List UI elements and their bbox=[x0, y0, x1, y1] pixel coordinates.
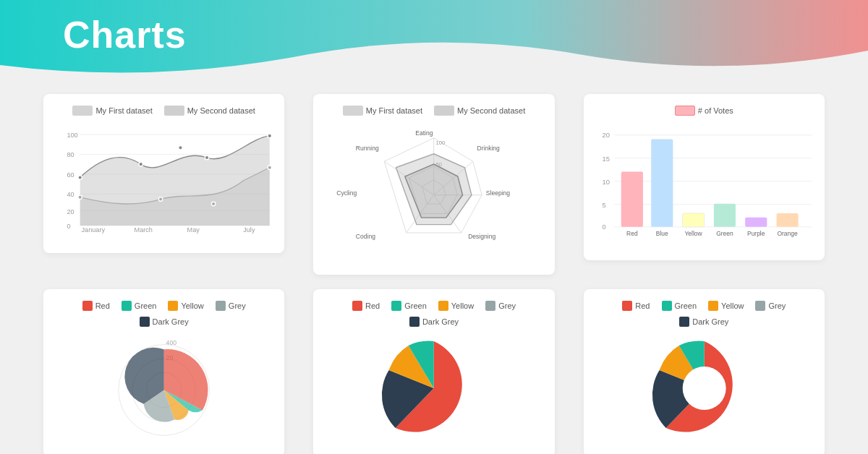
polar-dot-grey bbox=[216, 301, 226, 311]
line-chart-svg: 100 80 60 40 20 0 January March May July bbox=[55, 123, 273, 239]
top-charts-row: My First dataset My Second dataset 100 8… bbox=[43, 94, 825, 275]
svg-text:Purple: Purple bbox=[747, 230, 765, 237]
svg-text:Coding: Coding bbox=[356, 233, 375, 240]
donut-legend-yellow: Yellow bbox=[708, 301, 744, 311]
bar-chart-container: # of Votes 20 15 10 5 0 Red bbox=[584, 94, 825, 260]
main-content: My First dataset My Second dataset 100 8… bbox=[0, 87, 868, 454]
pie-legend-red: Red bbox=[352, 301, 380, 311]
pie-label-green: Green bbox=[404, 301, 427, 310]
polar-label-green: Green bbox=[135, 301, 157, 310]
pie-label-yellow: Yellow bbox=[451, 301, 474, 310]
svg-point-17 bbox=[139, 162, 142, 166]
polar-label-grey: Grey bbox=[229, 301, 246, 310]
pie-legend-yellow: Yellow bbox=[438, 301, 474, 311]
radar-chart-container: My First dataset My Second dataset Eatin… bbox=[313, 94, 554, 275]
donut-legend-darkgrey: Dark Grey bbox=[595, 317, 813, 327]
svg-point-22 bbox=[158, 197, 162, 201]
donut-dot-yellow bbox=[708, 301, 718, 311]
pie-legend-green: Green bbox=[391, 301, 427, 311]
svg-point-23 bbox=[211, 202, 215, 205]
svg-text:0: 0 bbox=[602, 223, 605, 231]
legend-item-dataset1: My First dataset bbox=[72, 106, 152, 116]
svg-text:60: 60 bbox=[67, 171, 74, 179]
pie-dot-darkgrey bbox=[409, 317, 420, 327]
svg-rect-65 bbox=[776, 213, 798, 227]
radar-chart-svg: Eating Drinking Sleeping Designing Codin… bbox=[325, 123, 542, 260]
donut-chart-svg bbox=[595, 334, 813, 442]
svg-point-19 bbox=[205, 155, 208, 159]
svg-text:100: 100 bbox=[436, 140, 446, 146]
svg-text:Red: Red bbox=[626, 230, 638, 237]
svg-text:May: May bbox=[187, 226, 200, 234]
svg-point-20 bbox=[268, 134, 271, 137]
svg-point-18 bbox=[179, 146, 182, 150]
pie-chart-container: Red Green Yellow Grey Dark Grey bbox=[313, 289, 554, 454]
svg-point-21 bbox=[78, 195, 82, 199]
line-chart-container: My First dataset My Second dataset 100 8… bbox=[43, 94, 284, 253]
polar-dot-green bbox=[122, 301, 132, 311]
svg-text:Green: Green bbox=[716, 230, 733, 237]
svg-point-16 bbox=[78, 176, 82, 179]
svg-text:Orange: Orange bbox=[777, 230, 798, 237]
svg-text:5: 5 bbox=[602, 201, 605, 209]
legend-label-1: My First dataset bbox=[95, 106, 152, 115]
svg-text:July: July bbox=[243, 226, 255, 234]
svg-point-72 bbox=[682, 367, 726, 410]
svg-rect-59 bbox=[682, 213, 704, 227]
radar-legend-label-2: My Second dataset bbox=[457, 106, 525, 115]
radar-legend-label-1: My First dataset bbox=[366, 106, 422, 115]
polar-chart-svg: 400 20 bbox=[55, 334, 273, 442]
legend-item-dataset2: My Second dataset bbox=[164, 106, 255, 116]
svg-rect-55 bbox=[621, 172, 642, 227]
svg-text:10: 10 bbox=[602, 178, 609, 186]
svg-text:Running: Running bbox=[356, 145, 379, 152]
pie-label-red: Red bbox=[365, 301, 380, 310]
donut-label-yellow: Yellow bbox=[721, 301, 744, 310]
pie-legend: Red Green Yellow Grey Dark Grey bbox=[325, 301, 542, 327]
polar-legend-yellow: Yellow bbox=[168, 301, 203, 311]
donut-dot-grey bbox=[755, 301, 765, 311]
svg-text:80: 80 bbox=[67, 151, 74, 158]
svg-text:400: 400 bbox=[166, 339, 177, 346]
polar-legend-red: Red bbox=[82, 301, 110, 311]
donut-legend-red: Red bbox=[622, 301, 650, 311]
svg-rect-61 bbox=[714, 204, 736, 227]
svg-rect-63 bbox=[745, 218, 767, 227]
pie-label-grey: Grey bbox=[498, 301, 516, 310]
page-title: Charts bbox=[63, 13, 187, 56]
pie-dot-green bbox=[391, 301, 401, 311]
svg-text:Blue: Blue bbox=[655, 230, 668, 237]
polar-legend: Red Green Yellow Grey Dark Grey bbox=[55, 301, 273, 327]
pie-chart-svg bbox=[325, 334, 542, 442]
polar-dot-darkgrey bbox=[140, 317, 150, 327]
svg-text:40: 40 bbox=[67, 191, 74, 198]
donut-chart-container: Red Green Yellow Grey Dark Grey bbox=[584, 289, 825, 454]
svg-text:Sleeping: Sleeping bbox=[486, 189, 511, 197]
pie-legend-grey: Grey bbox=[485, 301, 516, 311]
radar-legend-item-2: My Second dataset bbox=[434, 106, 525, 116]
svg-text:100: 100 bbox=[67, 132, 77, 139]
donut-label-grey: Grey bbox=[768, 301, 786, 310]
bar-legend-color bbox=[675, 106, 695, 116]
polar-label-red: Red bbox=[95, 301, 110, 310]
bottom-charts-row: Red Green Yellow Grey Dark Grey bbox=[43, 289, 825, 454]
polar-chart-container: Red Green Yellow Grey Dark Grey bbox=[43, 289, 284, 454]
donut-dot-darkgrey bbox=[679, 317, 689, 327]
svg-text:Eating: Eating bbox=[416, 129, 433, 137]
radar-legend-color-2 bbox=[434, 106, 454, 116]
pie-dot-grey bbox=[485, 301, 495, 311]
pie-dot-yellow bbox=[438, 301, 448, 311]
svg-text:Cycling: Cycling bbox=[337, 189, 357, 197]
pie-dot-red bbox=[352, 301, 362, 311]
polar-legend-grey: Grey bbox=[216, 301, 246, 311]
radar-chart-legend: My First dataset My Second dataset bbox=[325, 106, 542, 116]
donut-legend-grey: Grey bbox=[755, 301, 786, 311]
donut-label-green: Green bbox=[675, 301, 697, 310]
polar-legend-darkgrey: Dark Grey bbox=[55, 317, 273, 327]
svg-text:March: March bbox=[135, 226, 153, 234]
donut-dot-red bbox=[622, 301, 632, 311]
donut-label-red: Red bbox=[635, 301, 650, 310]
polar-legend-green: Green bbox=[122, 301, 157, 311]
bar-chart-svg: 20 15 10 5 0 Red Blue Yello bbox=[595, 123, 813, 246]
legend-color-2 bbox=[164, 106, 184, 116]
